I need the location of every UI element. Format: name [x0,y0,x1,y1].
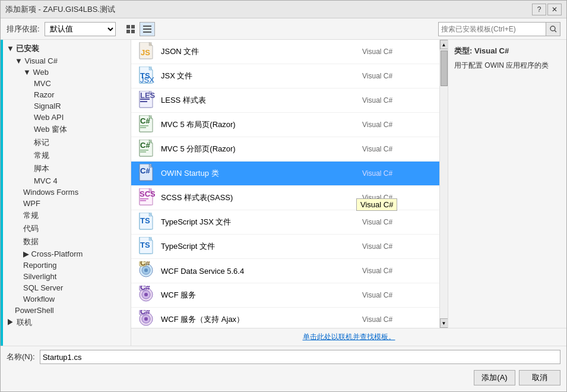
list-item-owin[interactable]: C# OWIN Startup 类 Visual C# [131,162,439,186]
right-panel: 类型: Visual C# 用于配置 OWIN 应用程序的类 [448,40,566,328]
sidebar-item-linji[interactable]: ▶ 联机 [3,316,131,329]
wcfservice-icon: C# [137,286,156,305]
left-accent [1,40,3,346]
list-item-less[interactable]: LESS LESS 样式表 Visual C# [131,88,439,113]
sidebar-item-changgui[interactable]: 常规 [3,149,131,162]
items-list: JS JSON 文件 Visual C# [131,40,439,328]
name-input[interactable] [40,350,560,364]
ts-name: TypeScript 文件 [161,241,362,252]
sidebar-item-razor[interactable]: Razor [3,89,131,100]
ts-type: Visual C# [362,242,433,251]
name-label: 名称(N): [7,352,35,362]
sidebar-item-signalr[interactable]: SignalR [3,100,131,112]
sidebar-item-mvc[interactable]: MVC [3,78,131,89]
svg-point-56 [144,268,148,272]
list-item-ts[interactable]: TS TypeScript 文件 Visual C# [131,235,439,259]
sidebar-item-changgui2[interactable]: 常规 [3,209,131,222]
sort-label: 排序依据: [7,24,40,34]
help-button[interactable]: ? [532,4,546,15]
online-templates-link[interactable]: 单击此处以联机并查找模板。 [303,333,395,341]
sidebar-item-data[interactable]: 数据 [3,235,131,248]
sidebar-item-crossplatform[interactable]: ▶ Cross-Platform [3,248,131,260]
footer: 名称(N): 添加(A) 取消 [1,346,566,391]
svg-rect-44 [140,198,148,200]
list-item-tsxjsx[interactable]: TS TypeScript JSX 文件 Visual C# [131,210,439,235]
mvc5partial-name: MVC 5 分部页(Razor) [161,144,362,154]
dialog: 添加新项 - ZAFU.GIS4LBS.测试 ? ✕ 排序依据: 默认值 [0,0,567,392]
svg-line-8 [555,30,556,32]
owin-type: Visual C# [362,169,433,178]
svg-point-61 [144,293,148,296]
svg-rect-2 [126,30,130,33]
scrollbar-thumb[interactable] [441,50,448,86]
list-item-mvc5partial[interactable]: C# MVC 5 分部页(Razor) Visual C# [131,137,439,162]
sidebar-item-code[interactable]: 代码 [3,222,131,235]
tsxjsx-name: TypeScript JSX 文件 [161,217,362,227]
main-area: ▼ ▼ 已安装已安装 ▼ Visual C# ▼ Web MVC Razor S… [1,40,566,346]
list-item-mvc5layout[interactable]: C# MVC 5 布局页(Razor) Visual C# [131,113,439,137]
svg-text:TS: TS [140,216,150,225]
search-input[interactable] [439,23,546,36]
mvc5partial-icon: C# [137,140,156,159]
sidebar-item-web[interactable]: ▼ Web [3,67,131,78]
sidebar-item-webmedia[interactable]: Web 窗体 [3,123,131,136]
sidebar-item-mvc4[interactable]: MVC 4 [3,175,131,186]
content-wrapper: JS JSON 文件 Visual C# [131,40,566,346]
mvc5layout-name: MVC 5 布局页(Razor) [161,119,362,130]
close-button[interactable]: ✕ [547,4,562,15]
sidebar-item-winforms[interactable]: Windows Forms [3,186,131,198]
sidebar-item-sqlserver[interactable]: SQL Server [3,282,131,293]
svg-text:C#: C# [140,310,150,316]
wcfajax-type: Visual C# [362,315,433,324]
sidebar-item-jiaoben[interactable]: 脚本 [3,162,131,175]
sidebar-item-wpf[interactable]: WPF [3,198,131,209]
right-panel-type: 类型: Visual C# [454,46,560,56]
sidebar-item-webapi[interactable]: Web API [3,112,131,123]
footer-buttons: 添加(A) 取消 [7,368,560,388]
list-scrollbar[interactable]: ▲ ▼ [439,40,448,328]
titlebar: 添加新项 - ZAFU.GIS4LBS.测试 ? ✕ [1,1,566,18]
svg-text:LESS: LESS [140,91,155,100]
list-item-wcfajax[interactable]: C# WCF 服务（支持 Ajax） Visual C# [131,308,439,328]
mvc5partial-type: Visual C# [362,145,433,153]
json-icon: JS [137,42,156,61]
svg-rect-34 [140,150,148,151]
svg-rect-0 [126,25,130,29]
svg-rect-5 [143,29,151,30]
add-button[interactable]: 添加(A) [474,370,515,385]
list-item-scss[interactable]: SCSS SCSS 样式表(SASS) Visual C# [131,186,439,210]
scrollbar-down-btn[interactable]: ▼ [440,318,448,328]
sidebar-item-biaoji[interactable]: 标记 [3,136,131,149]
sidebar-item-workflow[interactable]: Workflow [3,293,131,305]
search-box [438,22,560,36]
list-item-wcfdata[interactable]: C# WCF Data Service 5.6.4 Visual C# [131,259,439,283]
sidebar-item-reporting[interactable]: Reporting [3,260,131,271]
svg-point-66 [144,317,148,321]
scrollbar-up-btn[interactable]: ▲ [440,40,448,49]
sidebar-item-silverlight[interactable]: Silverlight [3,271,131,282]
cancel-button[interactable]: 取消 [519,370,560,385]
svg-rect-35 [140,151,146,153]
name-row: 名称(N): [7,350,560,364]
list-item-jsx[interactable]: TS JSX JSX 文件 Visual C# [131,64,439,88]
sidebar-item-installed[interactable]: ▼ ▼ 已安装已安装 [3,42,131,55]
owin-icon: C# [137,164,156,183]
wcfservice-name: WCF 服务 [161,290,362,301]
list-item-wcfservice[interactable]: C# WCF 服务 Visual C# [131,283,439,308]
sidebar: ▼ ▼ 已安装已安装 ▼ Visual C# ▼ Web MVC Razor S… [1,40,131,346]
list-view-button[interactable] [140,22,155,36]
sidebar-item-powershell[interactable]: PowerShell [3,305,131,316]
sort-select[interactable]: 默认值 [45,22,116,36]
grid-view-button[interactable] [123,22,138,36]
ts-icon: TS [137,237,156,256]
scss-type: Visual C# [362,194,433,202]
sidebar-item-visual-cs[interactable]: ▼ Visual C# [3,55,131,67]
svg-text:JSX: JSX [140,75,154,84]
toolbar: 排序依据: 默认值 [1,18,566,40]
grid-icon [126,24,135,34]
list-item-json[interactable]: JS JSON 文件 Visual C# [131,40,439,64]
search-button[interactable] [546,23,560,36]
svg-text:C#: C# [140,141,150,150]
svg-rect-3 [131,30,135,33]
wcfdata-type: Visual C# [362,267,433,275]
